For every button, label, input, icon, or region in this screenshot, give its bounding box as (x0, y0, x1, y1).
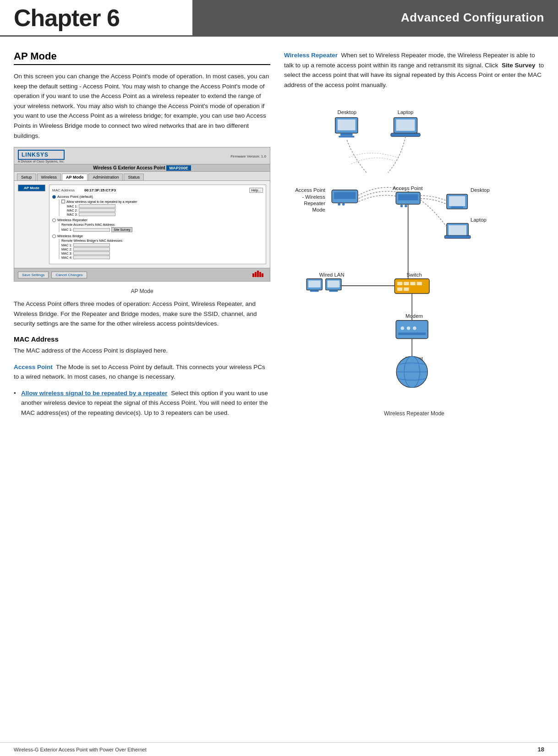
svg-rect-7 (339, 136, 354, 138)
svg-point-15 (342, 203, 345, 206)
radio-circle-wb (52, 234, 56, 238)
bullet-allow-wireless: Allow wireless signal to be repeated by … (14, 388, 270, 418)
remote-wb-label: Remote Wireless Bridge's MAC Addresses: (61, 239, 263, 242)
ap-wireless-label-line1: Access Point (295, 188, 326, 193)
form-area: MAC Address 00:17:3F:15:C7:F3 Help... Ac… (49, 185, 266, 264)
wb-mac1-row: MAC 1: (61, 243, 263, 247)
linksys-screenshot: LINKSYS A Division of Cisco Systems, Inc… (14, 147, 270, 282)
svg-rect-41 (396, 321, 428, 339)
product-title: Wireless G Exterior Access Point (93, 165, 165, 170)
wb-mac2-label: MAC 2: (61, 248, 72, 251)
laptop-top-label: Laptop (398, 109, 414, 115)
svg-rect-1 (255, 272, 257, 277)
save-buttons: Save Settings Cancel Changes (18, 272, 87, 278)
screenshot-bottom-bar: Save Settings Cancel Changes (14, 268, 270, 281)
mac-value: 00:17:3F:15:C7:F3 (84, 188, 116, 192)
access-point-label: Access Point (393, 185, 423, 191)
screenshot-caption: AP Mode (14, 288, 270, 294)
mac2-input[interactable] (79, 208, 115, 212)
allow-wireless-repeat[interactable]: Allow wireless signal to be repeated by … (61, 200, 263, 203)
mac1-input[interactable] (79, 204, 115, 208)
svg-rect-0 (252, 273, 254, 277)
chapter-title: Chapter 6 (14, 4, 120, 32)
modem-label: Modem (405, 313, 423, 319)
screenshot-body: AP Mode MAC Address 00:17:3F:15:C7:F3 He… (14, 181, 270, 268)
help-button[interactable]: Help... (249, 188, 263, 193)
svg-point-18 (400, 205, 403, 207)
mac-row: MAC Address 00:17:3F:15:C7:F3 Help... (52, 188, 263, 193)
cancel-changes-button[interactable]: Cancel Changes (51, 272, 87, 278)
wr-mac-label: MAC 1: (61, 228, 72, 231)
svg-rect-38 (404, 288, 409, 291)
wb-mac2-input[interactable] (73, 247, 110, 251)
mac-2-row: MAC 2: (67, 208, 263, 212)
svg-rect-13 (334, 192, 356, 199)
wb-suboptions: Remote Wireless Bridge's MAC Addresses: … (59, 239, 263, 259)
svg-rect-33 (397, 282, 402, 286)
svg-point-42 (401, 326, 405, 330)
laptop-right-label: Laptop (470, 217, 487, 223)
svg-rect-3 (259, 272, 261, 277)
mac3-input[interactable] (79, 212, 115, 216)
svg-rect-6 (340, 133, 353, 136)
wb-mac1-input[interactable] (73, 243, 110, 247)
site-survey-button[interactable]: Site Survey (111, 227, 132, 232)
mac3-label: MAC 3: (67, 213, 77, 216)
wb-mac3-label: MAC 3: (61, 252, 72, 255)
tab-status[interactable]: Status (124, 174, 144, 180)
svg-rect-17 (398, 195, 418, 201)
page-header: Chapter 6 Advanced Configuration (0, 0, 558, 37)
tab-wireless[interactable]: Wireless (37, 174, 61, 180)
wb-mac4-input[interactable] (73, 256, 110, 259)
linksys-brand: LINKSYS A Division of Cisco Systems, Inc… (18, 150, 65, 163)
ap-wireless-label-line2: - Wireless (302, 194, 325, 200)
svg-rect-32 (394, 279, 429, 294)
side-nav-apmode[interactable]: AP Mode (18, 185, 45, 191)
firmware-text: Firmware Version: 1.0 (230, 154, 266, 158)
remote-ap-label: Remote Access Point's MAC Address: (61, 223, 263, 226)
product-model: WAP200E (166, 165, 191, 171)
right-column: Wireless Repeater When set to Wireless R… (284, 50, 544, 423)
svg-rect-36 (417, 282, 422, 286)
intro-text: On this screen you can change the Access… (14, 71, 270, 141)
ap-wireless-label-line4: Mode (312, 207, 325, 212)
wr-mac-row: MAC 1: Site Survey (61, 227, 263, 232)
svg-rect-30 (328, 281, 340, 288)
wr-suboptions: Remote Access Point's MAC Address: MAC 1… (59, 223, 263, 232)
header-left: Chapter 6 (0, 0, 192, 35)
save-settings-button[interactable]: Save Settings (18, 272, 49, 278)
ap-wireless-label-line3: Repeater (304, 201, 325, 206)
ap-suboptions: Allow wireless signal to be repeated by … (59, 200, 263, 216)
bullet-label: Allow wireless signal to be repeated by … (21, 390, 168, 397)
wired-lan-label: Wired LAN (319, 272, 345, 277)
svg-point-44 (413, 326, 416, 330)
wireless-repeater-diagram: Desktop Laptop (284, 97, 544, 408)
footer-page-number: 18 (538, 746, 544, 753)
mac-3-row: MAC 3: (67, 212, 263, 216)
radio-wireless-repeater[interactable]: Wireless Repeater (52, 218, 263, 222)
radio-wr-label: Wireless Repeater (57, 218, 88, 222)
radio-access-point[interactable]: Access Point (default) (52, 195, 263, 199)
wireless-repeater-section: Wireless Repeater When set to Wireless R… (284, 50, 544, 90)
left-column: AP Mode On this screen you can change th… (14, 50, 270, 423)
tab-apmode[interactable]: AP Mode (62, 174, 88, 180)
wb-mac4-row: MAC 4: (61, 256, 263, 259)
nav-tabs: Setup Wireless AP Mode Administration St… (14, 172, 270, 181)
footer-left-text: Wireless-G Exterior Access Point with Po… (14, 747, 147, 752)
mac1-label: MAC 1: (67, 205, 77, 208)
mac-1-row: MAC 1: (67, 204, 263, 208)
svg-point-14 (338, 203, 340, 206)
radio-wb-label: Wireless Bridge (57, 234, 83, 238)
radio-circle-wr (52, 218, 56, 222)
radio-wireless-bridge[interactable]: Wireless Bridge (52, 234, 263, 238)
tab-setup[interactable]: Setup (17, 174, 36, 180)
desktop-right-label: Desktop (470, 188, 490, 193)
linksys-sub: A Division of Cisco Systems, Inc. (18, 160, 65, 163)
access-point-label: Access Point (14, 364, 53, 370)
switch-label: Switch (406, 272, 421, 277)
svg-rect-21 (449, 196, 465, 207)
wb-mac3-input[interactable] (73, 251, 110, 255)
tab-administration[interactable]: Administration (88, 174, 123, 180)
wr-mac-input[interactable] (73, 228, 110, 232)
section-title: AP Mode (14, 50, 270, 65)
